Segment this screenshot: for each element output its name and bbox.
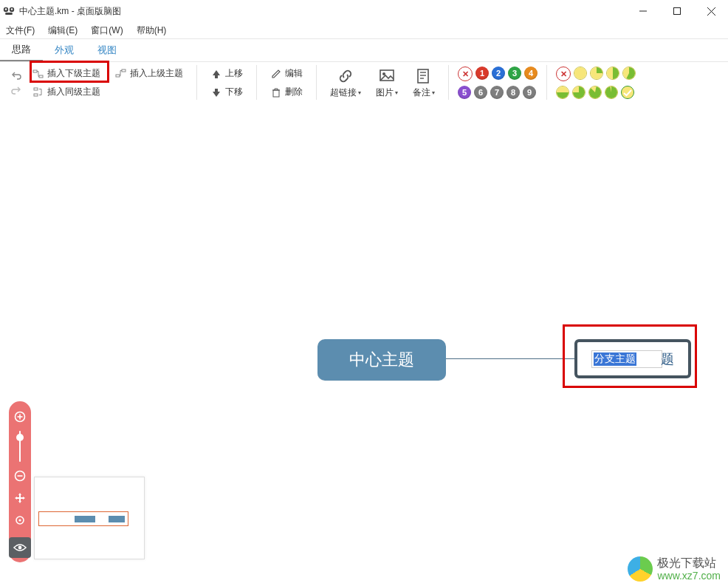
- insert-parent-button[interactable]: 插入上级主题: [111, 66, 188, 81]
- priority-9[interactable]: 9: [523, 86, 536, 99]
- svg-rect-6: [674, 8, 681, 15]
- pencil-icon: [270, 68, 282, 80]
- svg-rect-13: [122, 69, 126, 72]
- minimap[interactable]: [34, 477, 145, 559]
- move-group: 上移 下移: [203, 64, 250, 102]
- menu-help[interactable]: 帮助(H): [134, 23, 170, 38]
- svg-rect-14: [116, 75, 120, 77]
- app-icon: [3, 5, 15, 17]
- watermark-url: www.xz7.com: [657, 570, 721, 582]
- tab-view[interactable]: 视图: [86, 39, 128, 61]
- image-button[interactable]: 图片▾: [368, 64, 405, 102]
- zoom-slider[interactable]: [19, 431, 21, 462]
- svg-rect-12: [34, 94, 38, 96]
- ribbon-tabs: 思路 外观 视图: [0, 38, 728, 62]
- tree-child-icon: [32, 68, 44, 80]
- priority-group: ✕ 1 2 3 4 5 6 7 8 9: [455, 64, 540, 102]
- tree-parent-icon: [115, 67, 127, 79]
- progress-7[interactable]: [605, 86, 618, 99]
- undo-button[interactable]: [10, 69, 22, 81]
- svg-rect-18: [418, 69, 428, 83]
- watermark-logo-icon: [628, 556, 653, 582]
- insert-child-label: 插入下级主题: [47, 67, 100, 80]
- svg-point-17: [382, 72, 385, 75]
- child-topic-suffix: 题: [661, 350, 674, 368]
- tab-mind[interactable]: 思路: [0, 39, 43, 61]
- progress-done[interactable]: [621, 86, 634, 99]
- zoom-out-button[interactable]: [12, 468, 28, 484]
- insert-parent-group: 插入上级主题: [108, 64, 190, 102]
- hyperlink-button[interactable]: 超链接▾: [323, 64, 368, 102]
- center-topic-label: 中心主题: [349, 349, 414, 371]
- delete-button[interactable]: 删除: [266, 84, 307, 100]
- child-topic-input[interactable]: 分支主题: [591, 350, 662, 368]
- svg-point-2: [5, 8, 7, 10]
- menu-edit[interactable]: 编辑(E): [45, 23, 80, 38]
- svg-rect-10: [39, 75, 43, 78]
- insert-child-button[interactable]: 插入下级主题: [28, 66, 105, 81]
- priority-5[interactable]: 5: [458, 86, 471, 99]
- note-button[interactable]: 备注▾: [405, 64, 442, 102]
- progress-6[interactable]: [588, 86, 602, 99]
- link-icon: [337, 67, 354, 85]
- mindmap-canvas[interactable]: 中心主题 分支主题 题 极光下载站: [0, 100, 728, 586]
- toolbar: 插入下级主题 插入同级主题 插入上级主题 上移 下移: [0, 62, 728, 104]
- progress-1[interactable]: [590, 67, 603, 80]
- progress-4[interactable]: [556, 86, 569, 99]
- move-down-label: 下移: [225, 86, 243, 98]
- edit-group: 编辑 删除: [263, 64, 310, 102]
- priority-8[interactable]: 8: [506, 86, 520, 99]
- progress-group: ✕: [553, 64, 639, 102]
- priority-6[interactable]: 6: [474, 86, 487, 99]
- priority-1[interactable]: 1: [475, 67, 489, 80]
- window-title: 中心主题.km - 桌面版脑图: [19, 5, 121, 18]
- zoom-panel: [9, 401, 31, 562]
- edit-button[interactable]: 编辑: [266, 66, 307, 81]
- child-topic-selected-text: 分支主题: [594, 352, 636, 366]
- tab-appearance[interactable]: 外观: [43, 39, 86, 61]
- child-topic-node[interactable]: 分支主题 题: [574, 339, 691, 378]
- minimap-viewport[interactable]: [38, 511, 128, 526]
- tree-sibling-icon: [32, 86, 44, 98]
- progress-2[interactable]: [606, 67, 619, 80]
- insert-sibling-label: 插入同级主题: [47, 86, 100, 98]
- minimize-button[interactable]: [626, 0, 660, 22]
- delete-label: 删除: [285, 86, 303, 98]
- image-icon: [378, 67, 396, 85]
- connector-line: [446, 358, 574, 359]
- priority-7[interactable]: 7: [490, 86, 504, 99]
- arrow-down-icon: [210, 86, 222, 98]
- edit-label: 编辑: [285, 67, 303, 80]
- insert-group: 插入下级主题 插入同级主题: [25, 64, 108, 102]
- priority-4[interactable]: 4: [524, 67, 538, 80]
- priority-clear[interactable]: ✕: [458, 67, 473, 81]
- menu-bar: 文件(F) 编辑(E) 窗口(W) 帮助(H): [0, 22, 728, 38]
- svg-point-29: [18, 546, 22, 550]
- svg-rect-9: [33, 70, 37, 72]
- redo-button[interactable]: [10, 84, 22, 96]
- progress-5[interactable]: [572, 86, 586, 99]
- progress-0[interactable]: [574, 67, 587, 80]
- svg-point-28: [18, 519, 21, 521]
- move-up-button[interactable]: 上移: [206, 66, 247, 81]
- maximize-button[interactable]: [660, 0, 694, 22]
- menu-window[interactable]: 窗口(W): [88, 23, 126, 38]
- locate-button[interactable]: [12, 512, 28, 528]
- center-topic-node[interactable]: 中心主题: [317, 339, 446, 381]
- close-button[interactable]: [694, 0, 728, 22]
- svg-point-3: [11, 8, 13, 10]
- priority-2[interactable]: 2: [492, 67, 505, 80]
- svg-rect-11: [34, 88, 38, 90]
- progress-clear[interactable]: ✕: [556, 67, 571, 81]
- move-down-button[interactable]: 下移: [206, 84, 247, 100]
- progress-3[interactable]: [622, 67, 636, 80]
- history-group: [7, 64, 25, 102]
- menu-file[interactable]: 文件(F): [3, 23, 38, 38]
- priority-3[interactable]: 3: [508, 67, 521, 80]
- svg-rect-15: [273, 90, 279, 97]
- window-controls: [626, 0, 728, 22]
- minimap-toggle[interactable]: [9, 537, 31, 558]
- insert-sibling-button[interactable]: 插入同级主题: [28, 84, 105, 100]
- pan-button[interactable]: [12, 490, 28, 506]
- zoom-in-button[interactable]: [12, 409, 28, 425]
